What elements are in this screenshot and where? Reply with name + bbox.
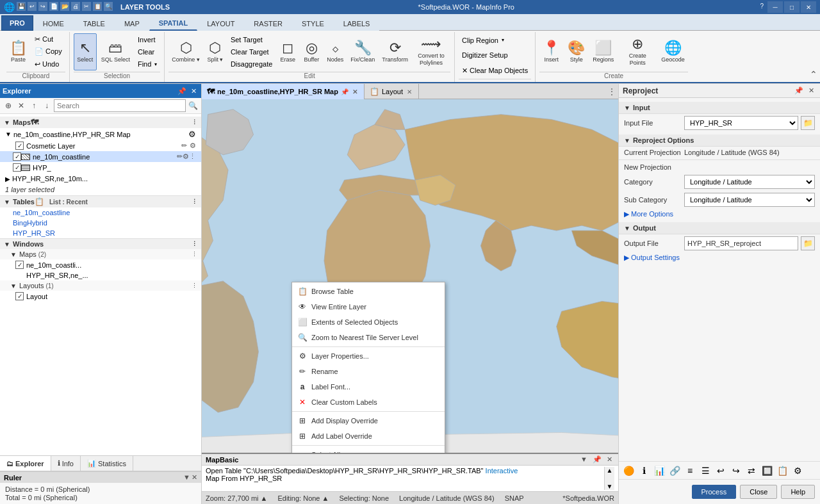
- map-group-item[interactable]: ▼ ne_10m_coastline,HYP_HR_SR Map ⚙: [0, 128, 201, 140]
- reproject-pin-icon[interactable]: 📌: [792, 86, 805, 95]
- tab-raster[interactable]: RASTER: [244, 15, 292, 31]
- quick-icon-9[interactable]: 🔍: [104, 2, 113, 11]
- minimize-button[interactable]: ─: [767, 1, 783, 13]
- ne10m-edit-icon[interactable]: ✏: [177, 152, 183, 161]
- bib-icon-10[interactable]: 🔲: [760, 464, 774, 478]
- maps-subsection-header[interactable]: ▼ Maps (2) ⋮: [0, 249, 201, 259]
- ctx-clear-custom-labels[interactable]: ✕ Clear Custom Labels: [292, 394, 445, 410]
- regions-button[interactable]: ⬜ Regions: [589, 33, 617, 70]
- cosmetic-settings-icon[interactable]: ⚙: [190, 142, 196, 150]
- quick-icon-8[interactable]: 📋: [93, 2, 102, 11]
- bib-icon-3[interactable]: 📊: [652, 464, 666, 478]
- quick-icon-3[interactable]: ↪: [38, 2, 47, 11]
- zoom-up-icon[interactable]: ▲: [261, 494, 268, 502]
- map-group-2[interactable]: ▶ HYP_HR_SR,ne_10m...: [0, 173, 201, 184]
- explorer-tool-4[interactable]: ↓: [41, 100, 53, 111]
- table-item-hyp[interactable]: HYP_HR_SR: [0, 228, 201, 238]
- bib-icon-6[interactable]: ☰: [698, 464, 712, 478]
- digitizer-setup-button[interactable]: Digitizer Setup: [459, 49, 511, 61]
- tab-map[interactable]: MAP: [115, 15, 149, 31]
- explorer-pin-icon[interactable]: 📌: [177, 86, 187, 96]
- layout-tab-close-icon[interactable]: ✕: [406, 88, 413, 96]
- explorer-search-input[interactable]: [54, 99, 186, 112]
- hyp-layer-item[interactable]: HYP_: [0, 162, 201, 173]
- geocode-button[interactable]: 🌐 Geocode: [658, 33, 688, 70]
- more-options-link[interactable]: ▶ More Options: [619, 209, 820, 220]
- ctx-label-font[interactable]: a Label Font...: [292, 379, 445, 394]
- window-layout-1-checkbox[interactable]: [15, 292, 24, 300]
- style-button[interactable]: 🎨 Style: [564, 33, 588, 70]
- app-logo[interactable]: 🌐: [4, 2, 15, 12]
- fix-clean-button[interactable]: 🔧 Fix/Clean: [347, 33, 378, 70]
- quick-icon-4[interactable]: 📄: [49, 2, 58, 11]
- convert-polylines-button[interactable]: ⟿ Convert to Polylines: [412, 33, 450, 70]
- input-file-select[interactable]: HYP_HR_SR: [684, 116, 798, 130]
- sql-select-button[interactable]: 🗃 SQL Select: [98, 33, 133, 70]
- output-section-header[interactable]: ▼ Output: [619, 222, 820, 234]
- tab-explorer[interactable]: 🗂 Explorer: [0, 456, 51, 471]
- clear-target-button[interactable]: Clear Target: [227, 46, 275, 58]
- ne10m-checkbox[interactable]: [13, 152, 21, 161]
- ctx-extents-selected[interactable]: ⬜ Extents of Selected Objects: [292, 314, 445, 330]
- tables-options-icon[interactable]: ⋮: [192, 199, 197, 205]
- map-tab-coastline[interactable]: 🗺 ne_10m_coastline,HYP_HR_SR Map 📌 ✕: [202, 84, 365, 99]
- insert-button[interactable]: 📍 Insert: [539, 33, 563, 70]
- cosmetic-layer-item[interactable]: Cosmetic Layer ✏ ⚙: [0, 140, 201, 151]
- subcategory-select[interactable]: Longitude / Latitude: [684, 193, 815, 207]
- mapbasic-interactive-link[interactable]: Interactive: [486, 467, 518, 475]
- editing-icon[interactable]: ▲: [322, 494, 329, 502]
- bib-icon-1[interactable]: 🟠: [621, 464, 636, 478]
- cosmetic-edit-icon[interactable]: ✏: [181, 142, 187, 150]
- tab-layout[interactable]: LAYOUT: [197, 15, 244, 31]
- maximize-button[interactable]: □: [784, 1, 800, 13]
- clear-button[interactable]: Clear: [135, 46, 160, 58]
- clear-map-objects-button[interactable]: ✕ Clear Map Objects: [459, 65, 531, 76]
- buffer-button[interactable]: ◎ Buffer: [300, 33, 323, 70]
- input-file-browse-button[interactable]: 📁: [801, 116, 815, 130]
- map-canvas[interactable]: SOFTPEDIA 📋 Browse Table 👁 View Entire L…: [202, 99, 618, 453]
- table-item-ne10m[interactable]: ne_10m_coastline: [0, 207, 201, 218]
- ne10m-more-icon[interactable]: ⋮: [189, 152, 196, 161]
- bib-icon-12[interactable]: ⚙: [791, 464, 805, 478]
- window-layout-1[interactable]: Layout: [0, 291, 201, 302]
- close-button-reproject[interactable]: Close: [740, 485, 777, 499]
- tab-style[interactable]: STYLE: [292, 15, 334, 31]
- ne10m-layer-item[interactable]: ne_10m_coastline ✏ ⚙ ⋮: [0, 151, 201, 162]
- ctx-zoom-nearest[interactable]: 🔍 Zoom to Nearest Tile Server Level: [292, 330, 445, 345]
- input-section-header[interactable]: ▼ Input: [619, 102, 820, 114]
- combine-button[interactable]: ⬡ Combine ▾: [168, 33, 203, 70]
- tab-pro[interactable]: PRO: [1, 15, 33, 31]
- erase-button[interactable]: ◻ Erase: [276, 33, 299, 70]
- explorer-tool-1[interactable]: ⊕: [3, 100, 14, 111]
- map-tab-close-icon[interactable]: ✕: [351, 88, 359, 96]
- tab-home[interactable]: HOME: [33, 15, 74, 31]
- window-map-2[interactable]: HYP_HR_SR,ne_...: [0, 270, 201, 280]
- category-select[interactable]: Longitude / Latitude: [684, 175, 815, 189]
- bib-icon-2[interactable]: ℹ: [637, 464, 651, 478]
- explorer-close-icon[interactable]: ✕: [188, 86, 199, 96]
- close-button[interactable]: ✕: [801, 1, 816, 13]
- process-button[interactable]: Process: [692, 485, 737, 499]
- bib-icon-8[interactable]: ↪: [729, 464, 743, 478]
- quick-icon-5[interactable]: 📂: [60, 2, 69, 11]
- copy-button[interactable]: 📄 Copy: [31, 46, 65, 58]
- mapbasic-pin-icon[interactable]: 📌: [591, 455, 603, 464]
- ne10m-settings-icon[interactable]: ⚙: [183, 152, 189, 161]
- tab-table[interactable]: TABLE: [74, 15, 115, 31]
- bib-icon-11[interactable]: 📋: [775, 464, 789, 478]
- undo-button[interactable]: ↩ Undo: [31, 58, 65, 70]
- mapbasic-close-icon[interactable]: ✕: [605, 455, 614, 464]
- nodes-button[interactable]: ⬦ Nodes: [324, 33, 347, 70]
- transform-button[interactable]: ⟳ Transform: [379, 33, 411, 70]
- windows-section-header[interactable]: ▼ Windows ⋮: [0, 239, 201, 249]
- set-target-button[interactable]: Set Target: [227, 34, 275, 45]
- ctx-add-label-override[interactable]: ⊞ Add Label Override: [292, 428, 445, 444]
- mapbasic-scroll[interactable]: ▲ ▼: [604, 467, 614, 490]
- window-map-1[interactable]: ne_10m_coastli...: [0, 259, 201, 270]
- mapbasic-scroll-up[interactable]: ▲: [607, 467, 613, 474]
- layouts-sub-options[interactable]: ⋮: [192, 282, 197, 289]
- quick-icon-2[interactable]: ↩: [28, 2, 37, 11]
- ribbon-collapse-button[interactable]: ⌃: [810, 69, 817, 79]
- help-button[interactable]: Help: [781, 485, 815, 499]
- ruler-close-icon[interactable]: ✕: [192, 473, 197, 482]
